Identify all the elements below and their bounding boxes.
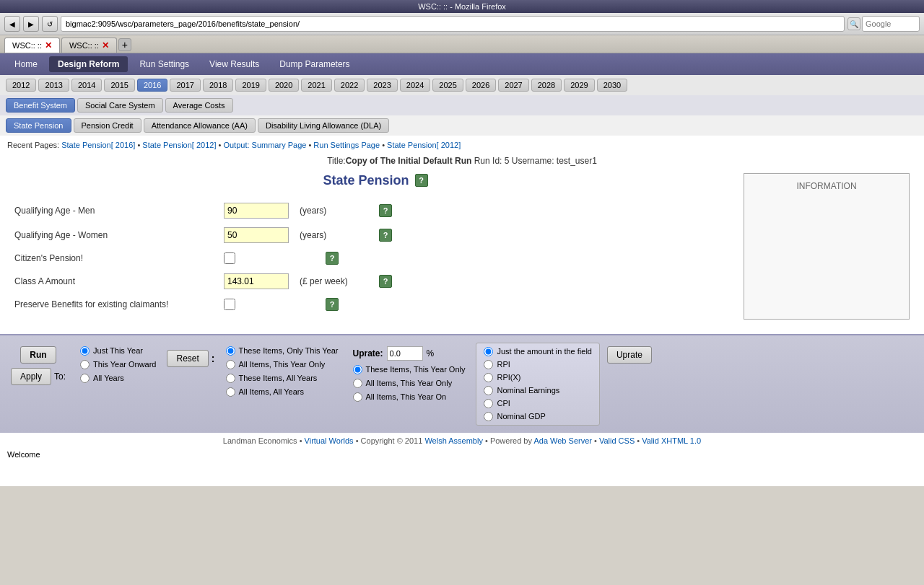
tab1-close-icon[interactable]: ✕	[45, 40, 52, 50]
radio-all-this-only[interactable]	[226, 360, 235, 369]
label-uprate-nominal-gdp: Nominal GDP	[497, 412, 545, 421]
help-qualifying-age-women[interactable]: ?	[379, 229, 392, 242]
input-qualifying-age-women[interactable]	[224, 227, 289, 243]
radio-uprate-field[interactable]	[484, 347, 493, 356]
year-tab-2016[interactable]: 2016	[137, 79, 167, 92]
nav-run-settings[interactable]: Run Settings	[131, 56, 198, 72]
uprate-section: Uprate: % These Items, This Year Only Al…	[349, 343, 469, 405]
year-tab-2024[interactable]: 2024	[400, 79, 430, 92]
year-tab-2026[interactable]: 2026	[466, 79, 496, 92]
google-search-input[interactable]	[862, 16, 920, 32]
help-qualifying-age-men[interactable]: ?	[379, 204, 392, 217]
browser-tab-2[interactable]: WSC:: :: ✕	[61, 38, 117, 53]
nav-design-reform[interactable]: Design Reform	[49, 56, 128, 72]
year-tab-2018[interactable]: 2018	[203, 79, 233, 92]
welcome: Welcome	[0, 449, 924, 460]
label-uprate-field: Just the amount in the field	[497, 347, 591, 356]
year-tab-2019[interactable]: 2019	[235, 79, 266, 92]
radio-uprate-nominal-gdp[interactable]	[484, 412, 493, 421]
page-tab-pension-credit[interactable]: Pension Credit	[74, 118, 141, 133]
sub-tab-social-care[interactable]: Social Care System	[77, 98, 163, 113]
radio-this-year-onward[interactable]	[80, 360, 90, 369]
radio-right-all-only[interactable]	[353, 379, 362, 388]
apply-button[interactable]: Apply	[11, 368, 51, 385]
radio-all-years[interactable]	[80, 374, 90, 383]
items-scope-right-these-this: These Items, This Year Only	[353, 365, 466, 374]
label-right-all-on: All Items, This Year On	[366, 392, 447, 401]
footer-virtual-worlds[interactable]: Virtual Worlds	[305, 436, 354, 445]
year-tab-2023[interactable]: 2023	[367, 79, 397, 92]
radio-uprate-rpix[interactable]	[484, 373, 493, 382]
year-tab-2015[interactable]: 2015	[104, 79, 134, 92]
input-class-a-amount[interactable]	[224, 273, 289, 289]
year-tab-2027[interactable]: 2027	[498, 79, 528, 92]
uprate-label: Uprate:	[353, 348, 383, 359]
run-button[interactable]: Run	[20, 346, 56, 364]
help-class-a-amount[interactable]: ?	[379, 275, 392, 288]
page-tab-state-pension[interactable]: State Pension	[6, 118, 71, 133]
browser-tab-1[interactable]: WSC:: :: ✕	[4, 38, 60, 53]
footer-welsh-assembly[interactable]: Welsh Assembly	[424, 436, 483, 445]
breadcrumb-link-4[interactable]: Run Settings Page	[313, 141, 380, 149]
footer-valid-css[interactable]: Valid CSS	[599, 436, 635, 445]
year-tab-2017[interactable]: 2017	[170, 79, 200, 92]
year-tab-2014[interactable]: 2014	[71, 79, 102, 92]
year-tab-2025[interactable]: 2025	[432, 79, 463, 92]
radio-these-only-this[interactable]	[226, 346, 235, 356]
help-citizens-pension[interactable]: ?	[326, 252, 339, 265]
apply-scope-just-this-year: Just This Year	[80, 346, 156, 356]
radio-right-these-this[interactable]	[353, 365, 362, 374]
year-tab-2030[interactable]: 2030	[597, 79, 627, 92]
sub-tab-benefit-system[interactable]: Benefit System	[6, 98, 75, 113]
reset-button[interactable]: Reset	[167, 350, 208, 367]
back-button[interactable]: ◀	[4, 16, 20, 32]
radio-uprate-nominal-earnings[interactable]	[484, 386, 493, 395]
label-uprate-nominal-earnings: Nominal Earnings	[497, 386, 559, 395]
footer-valid-xhtml[interactable]: Valid XHTML 1.0	[642, 436, 701, 445]
radio-all-all-years[interactable]	[226, 387, 235, 397]
apply-to-row: Apply To:	[11, 368, 66, 385]
new-tab-button[interactable]: +	[118, 38, 131, 51]
nav-home[interactable]: Home	[6, 56, 46, 72]
input-qualifying-age-men[interactable]	[224, 203, 289, 219]
search-bar[interactable]: 🔍	[847, 16, 920, 32]
section-help-icon[interactable]: ?	[415, 174, 428, 187]
page-tab-attendance-allowance[interactable]: Attendance Allowance (AA)	[144, 118, 256, 133]
nav-view-results[interactable]: View Results	[201, 56, 268, 72]
year-tab-2012[interactable]: 2012	[6, 79, 36, 92]
year-tab-2020[interactable]: 2020	[269, 79, 299, 92]
footer-ada-server[interactable]: Ada Web Server	[533, 436, 592, 445]
breadcrumb-link-2[interactable]: State Pension[ 2012]	[142, 141, 216, 149]
apply-scope-all-years: All Years	[80, 374, 156, 383]
tab2-close-icon[interactable]: ✕	[102, 40, 109, 50]
forward-button[interactable]: ▶	[23, 16, 39, 32]
nav-dump-parameters[interactable]: Dump Parameters	[271, 56, 358, 72]
page-tab-dla[interactable]: Disability Living Allowance (DLA)	[258, 118, 389, 133]
browser-titlebar: WSC:: :: - Mozilla Firefox	[0, 0, 924, 13]
year-tab-2021[interactable]: 2021	[301, 79, 331, 92]
apply-scope-this-year-onward: This Year Onward	[80, 360, 156, 369]
breadcrumb-link-3[interactable]: Output: Summary Page	[223, 141, 306, 149]
uprate-opt-cpi: CPI	[484, 399, 591, 408]
radio-uprate-cpi[interactable]	[484, 399, 493, 408]
refresh-button[interactable]: ↺	[42, 16, 58, 32]
breadcrumb-link-5[interactable]: State Pension[ 2012]	[387, 141, 461, 149]
radio-right-all-on[interactable]	[353, 392, 362, 402]
year-tab-2013[interactable]: 2013	[38, 79, 69, 92]
breadcrumb-link-1[interactable]: State Pension[ 2016]	[61, 141, 135, 149]
radio-uprate-rpi[interactable]	[484, 360, 493, 369]
url-bar[interactable]	[61, 16, 845, 32]
radio-these-all-years[interactable]	[226, 374, 235, 383]
checkbox-preserve-benefits[interactable]	[224, 299, 235, 310]
help-preserve-benefits[interactable]: ?	[326, 298, 339, 311]
year-tab-2022[interactable]: 2022	[334, 79, 365, 92]
label-qualifying-age-men: Qualifying Age - Men	[14, 206, 217, 216]
uprate-button[interactable]: Uprate	[607, 346, 652, 364]
year-tab-2028[interactable]: 2028	[531, 79, 562, 92]
uprate-input[interactable]	[387, 346, 423, 361]
radio-just-this-year[interactable]	[80, 346, 90, 356]
checkbox-citizens-pension[interactable]	[224, 252, 235, 264]
reset-colon: :	[212, 353, 215, 364]
sub-tab-average-costs[interactable]: Average Costs	[165, 98, 233, 113]
year-tab-2029[interactable]: 2029	[564, 79, 594, 92]
